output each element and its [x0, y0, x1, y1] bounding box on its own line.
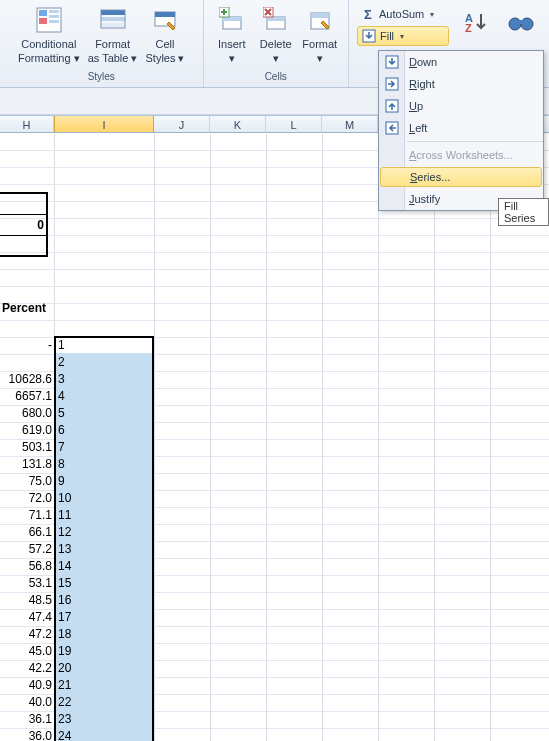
insert-button[interactable]: Insert ▾	[210, 2, 254, 66]
percent-label: Percent	[2, 301, 46, 315]
svg-rect-6	[101, 10, 125, 15]
conditional-formatting-icon	[33, 4, 65, 36]
delete-label: Delete	[260, 38, 292, 50]
format-drop: ▾	[317, 52, 323, 64]
fill-series-item[interactable]: Series...	[380, 167, 542, 187]
conditional-formatting-button[interactable]: Conditional Formatting ▾	[14, 2, 84, 66]
cell[interactable]: 131.8	[0, 456, 52, 473]
cell[interactable]: 7	[58, 439, 65, 456]
fill-across-label: Across Worksheets...	[409, 149, 513, 161]
cell[interactable]: 0	[0, 215, 46, 236]
cell[interactable]: -	[0, 337, 52, 354]
cell[interactable]: 19	[58, 643, 71, 660]
cell[interactable]: 56.8	[0, 558, 52, 575]
fill-left-label: Left	[409, 122, 427, 134]
cell[interactable]: 21	[58, 677, 71, 694]
worksheet[interactable]: 0 Percent -10628.66657.1680.0619.0503.11…	[0, 134, 549, 741]
cell-styles-button[interactable]: Cell Styles ▾	[141, 2, 188, 66]
cell[interactable]: 4	[58, 388, 65, 405]
cell[interactable]: 57.2	[0, 541, 52, 558]
svg-rect-11	[155, 12, 175, 17]
arrow-left-icon	[384, 120, 400, 136]
cell[interactable]: 9	[58, 473, 65, 490]
cell[interactable]: 40.0	[0, 694, 52, 711]
cell[interactable]: 11	[58, 507, 71, 524]
cell[interactable]	[0, 194, 46, 215]
col-header-m[interactable]: M	[322, 116, 378, 132]
group-styles: Conditional Formatting ▾ Format as Table…	[0, 0, 204, 87]
svg-rect-3	[49, 10, 59, 13]
fill-button[interactable]: Fill ▾	[357, 26, 449, 46]
cell[interactable]	[0, 236, 46, 257]
cell[interactable]: 14	[58, 558, 71, 575]
cell[interactable]: 16	[58, 592, 71, 609]
cell[interactable]: 8	[58, 456, 65, 473]
cell[interactable]: 36.1	[0, 711, 52, 728]
col-header-l[interactable]: L	[266, 116, 322, 132]
cell[interactable]: 71.1	[0, 507, 52, 524]
cell[interactable]: 5	[58, 405, 65, 422]
fill-menu: Down Right Up Left Across Worksheets... …	[378, 50, 544, 211]
cell[interactable]: 6	[58, 422, 65, 439]
conditional-formatting-label-2: Formatting ▾	[18, 52, 80, 64]
col-header-h[interactable]: H	[0, 116, 54, 132]
svg-rect-19	[311, 13, 329, 18]
cell[interactable]: 20	[58, 660, 71, 677]
cell[interactable]: 680.0	[0, 405, 52, 422]
cell[interactable]: 45.0	[0, 643, 52, 660]
cell[interactable]: 23	[58, 711, 71, 728]
col-header-j[interactable]: J	[154, 116, 210, 132]
cell[interactable]: 18	[58, 626, 71, 643]
conditional-formatting-label-1: Conditional	[21, 38, 76, 50]
svg-rect-8	[101, 23, 125, 27]
cell[interactable]: 47.4	[0, 609, 52, 626]
col-header-k[interactable]: K	[210, 116, 266, 132]
cell[interactable]: 2	[58, 354, 65, 371]
cell[interactable]: 10628.6	[0, 371, 52, 388]
fill-right-item[interactable]: Right	[379, 73, 543, 95]
cell[interactable]: 12	[58, 524, 71, 541]
format-icon	[304, 4, 336, 36]
format-button[interactable]: Format ▾	[298, 2, 342, 66]
cell[interactable]: 40.9	[0, 677, 52, 694]
cell[interactable]: 53.1	[0, 575, 52, 592]
cell[interactable]: 503.1	[0, 439, 52, 456]
fill-down-label: Down	[409, 56, 437, 68]
cell[interactable]: 36.0	[0, 728, 52, 741]
cell[interactable]: 22	[58, 694, 71, 711]
cell[interactable]: 47.2	[0, 626, 52, 643]
cell[interactable]: 1	[58, 337, 65, 354]
cell[interactable]: 48.5	[0, 592, 52, 609]
group-cells: Insert ▾ Delete ▾ Format ▾ Cells	[204, 0, 349, 87]
cell[interactable]: 17	[58, 609, 71, 626]
cell[interactable]	[0, 354, 52, 371]
cell[interactable]: 619.0	[0, 422, 52, 439]
cell[interactable]: 3	[58, 371, 65, 388]
binoculars-icon	[505, 6, 537, 38]
find-select-button[interactable]	[501, 4, 541, 40]
fill-left-item[interactable]: Left	[379, 117, 543, 139]
cell[interactable]: 6657.1	[0, 388, 52, 405]
cell[interactable]: 24	[58, 728, 71, 741]
cell[interactable]: 10	[58, 490, 71, 507]
cell[interactable]: 75.0	[0, 473, 52, 490]
autosum-label: AutoSum	[379, 8, 424, 20]
fill-down-item[interactable]: Down	[379, 51, 543, 73]
cell[interactable]: 15	[58, 575, 71, 592]
autosum-button[interactable]: Σ AutoSum ▾	[357, 4, 449, 24]
cell[interactable]: 72.0	[0, 490, 52, 507]
format-as-table-button[interactable]: Format as Table ▾	[84, 2, 142, 66]
cell[interactable]: 66.1	[0, 524, 52, 541]
bordered-cells: 0	[0, 192, 48, 257]
fill-up-item[interactable]: Up	[379, 95, 543, 117]
delete-button[interactable]: Delete ▾	[254, 2, 298, 66]
cell-styles-icon	[149, 4, 181, 36]
fill-series-label: Series...	[410, 171, 450, 183]
cells-group-label: Cells	[208, 71, 344, 85]
sort-icon: AZ	[461, 6, 493, 38]
format-as-table-label-2: as Table ▾	[88, 52, 138, 64]
cell[interactable]: 13	[58, 541, 71, 558]
col-header-i[interactable]: I	[54, 116, 154, 132]
cell[interactable]: 42.2	[0, 660, 52, 677]
sort-filter-button[interactable]: AZ	[457, 4, 497, 40]
